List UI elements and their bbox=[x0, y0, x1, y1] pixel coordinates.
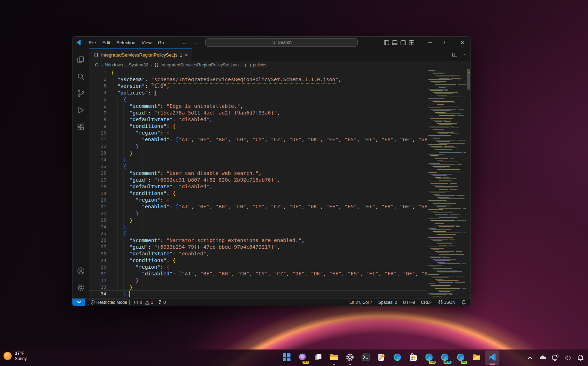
search-icon[interactable] bbox=[72, 68, 89, 85]
taskbar-dev-tools-button[interactable] bbox=[374, 351, 389, 365]
code-line-14[interactable]: 14 }, bbox=[89, 156, 427, 163]
settings-icon[interactable] bbox=[72, 279, 89, 296]
code-line-25[interactable]: 25 { bbox=[89, 230, 427, 237]
tray-chevron-icon[interactable] bbox=[525, 353, 535, 362]
cursor-position[interactable]: Ln 34, Col 7 bbox=[350, 300, 372, 305]
code-line-32[interactable]: 32 } bbox=[89, 277, 427, 284]
code-line-19[interactable]: 19 "conditions": { bbox=[89, 190, 427, 197]
menu-selection[interactable]: Selection bbox=[113, 39, 138, 47]
menu-file[interactable]: File bbox=[85, 39, 99, 47]
taskbar-files-gold-button[interactable] bbox=[469, 351, 484, 365]
problems-indicator[interactable]: 0 1 bbox=[134, 300, 153, 305]
taskbar-edge-canary-button[interactable]: CAN bbox=[422, 351, 436, 365]
minimize-button[interactable] bbox=[422, 37, 438, 48]
toggle-sidebar-icon[interactable] bbox=[384, 40, 389, 45]
code-line-17[interactable]: 17 "guid": "{6002ce31-b807-4f82-820c-2b9… bbox=[89, 177, 427, 183]
code-line-11[interactable]: 11 "enabled": ["AT", "BE", "BG", "CH", "… bbox=[89, 136, 427, 143]
breadcrumb-item-policies[interactable]: [ ]policies bbox=[244, 63, 268, 67]
menu-view[interactable]: View bbox=[139, 39, 155, 47]
toggle-panel-icon[interactable] bbox=[392, 40, 397, 45]
code-line-6[interactable]: 6 "$comment": "Edge is uninstallable.", bbox=[89, 103, 427, 109]
tab-integratedservicesregionpolicyset[interactable]: {} IntegratedServicesRegionPolicySet.jso… bbox=[89, 48, 192, 61]
command-center-search[interactable]: Search bbox=[205, 38, 358, 47]
code-line-10[interactable]: 10 "region": { bbox=[89, 130, 427, 136]
notifications-icon[interactable]: z bbox=[576, 353, 585, 362]
tab-close-icon[interactable]: ✕ bbox=[185, 53, 188, 58]
menu-go[interactable]: Go bbox=[155, 39, 167, 47]
nav-forward-button[interactable]: → bbox=[193, 40, 198, 46]
ports-indicator[interactable]: 0 bbox=[158, 300, 166, 305]
taskbar-copilot-button[interactable]: PRE bbox=[295, 351, 309, 365]
editor-scrollbar[interactable] bbox=[466, 69, 471, 298]
code-line-34[interactable]: 34 }, bbox=[89, 290, 427, 297]
maximize-button[interactable] bbox=[438, 37, 454, 48]
eol-setting[interactable]: CRLF bbox=[421, 300, 432, 305]
extensions-icon[interactable] bbox=[72, 119, 89, 136]
code-line-18[interactable]: 18 "defaultState": "disabled", bbox=[89, 183, 427, 190]
onedrive-icon[interactable] bbox=[538, 353, 547, 362]
weather-widget[interactable]: 37°F Sunny bbox=[4, 351, 27, 361]
code-line-33[interactable]: 33 } bbox=[89, 284, 427, 290]
code-line-8[interactable]: 8 "defaultState": "disabled", bbox=[89, 116, 427, 123]
remote-indicator[interactable]: >< bbox=[72, 299, 85, 306]
taskbar-edge-dev-button[interactable]: DEV bbox=[453, 351, 468, 365]
language-mode[interactable]: {} JSON bbox=[438, 300, 455, 305]
code-line-31[interactable]: 31 "disabled": ["AT", "BE", "BG", "CH", … bbox=[89, 270, 427, 277]
code-line-28[interactable]: 28 "defaultState": "enabled", bbox=[89, 250, 427, 257]
code-line-23[interactable]: 23 } bbox=[89, 217, 427, 223]
toggle-secondary-sidebar-icon[interactable] bbox=[401, 40, 406, 45]
code-line-2[interactable]: 2 "$schema": "schemas/IntegratedServices… bbox=[89, 76, 427, 83]
code-line-16[interactable]: 16 "$comment": "User can disable web sea… bbox=[89, 170, 427, 176]
code-line-26[interactable]: 26 "$comment": "Narrator scripting exten… bbox=[89, 237, 427, 243]
volume-icon[interactable] bbox=[563, 353, 573, 362]
taskbar-task-view-button[interactable] bbox=[311, 351, 325, 365]
code-line-29[interactable]: 29 "conditions": { bbox=[89, 257, 427, 264]
indentation-setting[interactable]: Spaces: 2 bbox=[378, 300, 397, 305]
editor[interactable]: 1{2 "$schema": "schemas/IntegratedServic… bbox=[89, 69, 471, 298]
account-icon[interactable] bbox=[72, 262, 89, 279]
code-line-15[interactable]: 15 { bbox=[89, 163, 427, 170]
code-line-9[interactable]: 9 "conditions": { bbox=[89, 123, 427, 130]
breadcrumb-item-windows[interactable]: Windows bbox=[105, 63, 123, 67]
menu-edit[interactable]: Edit bbox=[99, 39, 113, 47]
close-window-button[interactable]: ✕ bbox=[454, 37, 471, 48]
split-editor-icon[interactable] bbox=[452, 53, 457, 57]
explorer-icon[interactable] bbox=[72, 51, 89, 68]
breadcrumb-item-integratedservicesregionpolicysetjson[interactable]: {}IntegratedServicesRegionPolicySet.json bbox=[154, 63, 239, 67]
encoding-setting[interactable]: UTF-8 bbox=[403, 300, 415, 305]
code-line-13[interactable]: 13 } bbox=[89, 150, 427, 156]
taskbar-vscode-button[interactable] bbox=[485, 351, 499, 365]
code-line-1[interactable]: 1{ bbox=[89, 69, 427, 76]
customize-layout-icon[interactable] bbox=[409, 40, 414, 45]
breadcrumb-item-system32[interactable]: System32 bbox=[129, 63, 148, 67]
code-line-4[interactable]: 4 "policies": [ bbox=[89, 89, 427, 96]
code-line-27[interactable]: 27 "guid": "{6033b294-79ff-47eb-bbde-97b… bbox=[89, 243, 427, 250]
notifications-bell-icon[interactable] bbox=[461, 300, 466, 305]
code-line-22[interactable]: 22 } bbox=[89, 210, 427, 217]
code-line-5[interactable]: 5 { bbox=[89, 96, 427, 103]
code-line-35[interactable]: 35 { bbox=[89, 297, 427, 298]
taskbar-settings-button[interactable] bbox=[343, 351, 357, 365]
taskbar-start-button[interactable] bbox=[279, 351, 294, 365]
restricted-mode-badge[interactable]: Restricted Mode bbox=[88, 300, 130, 305]
code-line-30[interactable]: 30 "region": { bbox=[89, 264, 427, 270]
code-line-12[interactable]: 12 } bbox=[89, 143, 427, 150]
taskbar-terminal-button[interactable] bbox=[358, 351, 373, 365]
code-line-20[interactable]: 20 "region": { bbox=[89, 197, 427, 203]
code-line-21[interactable]: 21 "enabled": ["AT", "BE", "BG", "CH", "… bbox=[89, 203, 427, 210]
code-line-7[interactable]: 7 "guid": "{1bca278a-5d11-4acf-ad2f-f9ab… bbox=[89, 110, 427, 116]
source-control-icon[interactable] bbox=[72, 85, 89, 102]
run-debug-icon[interactable] bbox=[72, 102, 89, 119]
code-line-24[interactable]: 24 }, bbox=[89, 223, 427, 230]
menu-[interactable]: ··· bbox=[167, 39, 178, 47]
network-icon[interactable] bbox=[551, 353, 560, 362]
breadcrumb-item-c[interactable]: C: bbox=[95, 63, 100, 67]
taskbar-file-explorer-button[interactable] bbox=[327, 351, 341, 365]
taskbar-edge-button[interactable] bbox=[390, 351, 404, 365]
nav-back-button[interactable]: ← bbox=[182, 40, 187, 46]
minimap[interactable] bbox=[427, 69, 466, 298]
taskbar-edge-beta-button[interactable]: BETA bbox=[437, 351, 452, 365]
taskbar-store-button[interactable] bbox=[406, 351, 420, 365]
code-line-3[interactable]: 3 "version": "1.0", bbox=[89, 83, 427, 89]
editor-more-actions-icon[interactable]: ⋯ bbox=[462, 52, 467, 57]
